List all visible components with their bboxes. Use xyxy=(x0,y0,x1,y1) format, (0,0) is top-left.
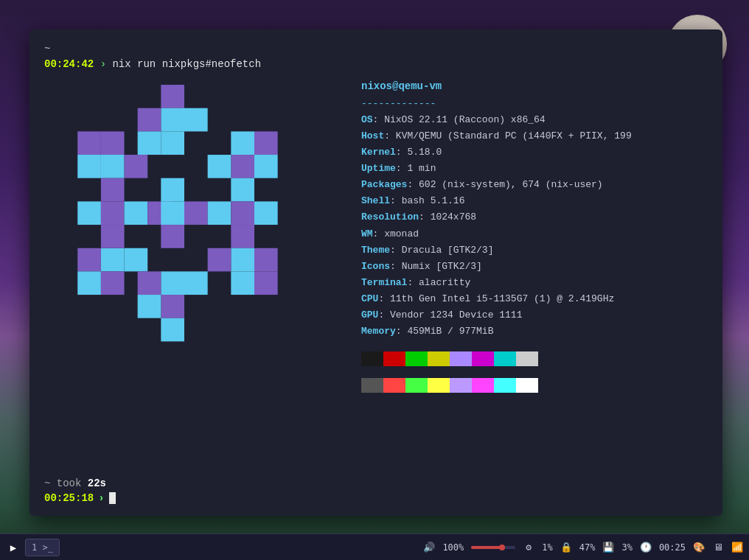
color-swatch xyxy=(516,378,538,393)
terminal-taskbar-button[interactable]: 1 >_ xyxy=(25,539,60,556)
svg-rect-1 xyxy=(161,108,184,132)
svg-rect-35 xyxy=(231,225,254,248)
info-memory: Memory : 459MiB / 977MiB xyxy=(361,323,708,340)
info-shell: Shell : bash 5.1.16 xyxy=(361,193,708,209)
volume-bar[interactable] xyxy=(471,546,515,549)
gpu-key: GPU xyxy=(361,307,378,323)
cpu-value: : 11th Gen Intel i5-1135G7 (1) @ 2.419GH… xyxy=(378,291,614,307)
color-swatch xyxy=(472,378,494,393)
gpu-value: : Vendor 1234 Device 1111 xyxy=(378,307,522,323)
color-swatch xyxy=(405,378,428,393)
second-prompt-line: 00:25:18 › xyxy=(44,492,116,504)
color-swatch xyxy=(472,351,494,366)
svg-rect-34 xyxy=(101,271,125,295)
terminal-command-line: 00:24:42 › nix run nixpkgs#neofetch xyxy=(44,57,708,72)
color-swatch xyxy=(361,351,383,366)
color-swatch xyxy=(516,351,538,366)
svg-rect-22 xyxy=(161,178,184,202)
terminal-window: ~ 00:24:42 › nix run nixpkgs#neofetch xyxy=(29,29,722,516)
took-duration: 22s xyxy=(88,477,106,489)
wifi-icon[interactable]: 📶 xyxy=(731,542,743,553)
packages-key: Packages xyxy=(361,177,407,193)
color-wheel-icon[interactable]: 🎨 xyxy=(693,542,705,553)
cpu-key: CPU xyxy=(361,291,378,307)
info-resolution: Resolution : 1024x768 xyxy=(361,209,708,225)
color-swatch xyxy=(450,378,472,393)
info-gpu: GPU : Vendor 1234 Device 1111 xyxy=(361,307,708,323)
took-prefix: ~ took xyxy=(44,477,88,489)
svg-rect-0 xyxy=(161,85,184,108)
svg-rect-37 xyxy=(254,248,278,272)
svg-rect-11 xyxy=(125,155,148,178)
svg-rect-10 xyxy=(101,178,125,202)
svg-rect-26 xyxy=(231,201,254,225)
neofetch-container: nixos@qemu-vm ------------- OS : NixOS 2… xyxy=(44,78,708,393)
color-swatch xyxy=(383,351,405,366)
taskbar: ▶ 1 >_ 🔊 100% ⚙ 1% 🔒 47% 💾 3% 🕐 00:25 🎨 … xyxy=(0,533,749,560)
color-swatch xyxy=(405,351,428,366)
svg-rect-33 xyxy=(77,271,101,295)
prompt-arrow-2: › xyxy=(98,492,104,504)
took-line: ~ took 22s xyxy=(44,477,116,489)
svg-rect-45 xyxy=(161,318,184,342)
svg-rect-4 xyxy=(161,131,184,155)
terminal-value: : alacritty xyxy=(407,275,470,291)
color-swatch xyxy=(428,378,450,393)
svg-rect-40 xyxy=(254,271,278,295)
memory-key: Memory xyxy=(361,323,396,340)
icons-key: Icons xyxy=(361,259,390,275)
shell-value: : bash 5.1.16 xyxy=(390,193,464,209)
packages-value: : 602 (nix-system), 674 (nix-user) xyxy=(407,177,602,193)
memory-value: : 459MiB / 977MiB xyxy=(396,323,494,340)
os-value: : NixOS 22.11 (Raccoon) x86_64 xyxy=(373,112,546,128)
svg-rect-38 xyxy=(208,248,231,272)
svg-rect-2 xyxy=(138,108,161,132)
svg-rect-18 xyxy=(77,201,101,225)
resolution-value: : 1024x768 xyxy=(419,209,476,225)
volume-bar-dot xyxy=(499,545,505,550)
disk-icon: 💾 xyxy=(602,542,614,553)
host-value: : KVM/QEMU (Standard PC (i440FX + PIIX, … xyxy=(384,128,631,144)
username-host: nixos@qemu-vm xyxy=(361,78,708,96)
color-swatch xyxy=(494,351,516,366)
cpu-icon: ⚙ xyxy=(523,542,534,553)
info-separator: ------------- xyxy=(361,96,708,112)
svg-rect-16 xyxy=(208,155,231,178)
theme-value: : Dracula [GTK2/3] xyxy=(390,242,493,259)
svg-rect-44 xyxy=(161,295,184,318)
nixos-logo xyxy=(44,78,339,393)
info-os: OS : NixOS 22.11 (Raccoon) x86_64 xyxy=(361,112,708,128)
prompt-arrow-1: › xyxy=(100,58,113,70)
monitor-icon[interactable]: 🖥 xyxy=(712,542,724,553)
color-swatch xyxy=(494,378,516,393)
svg-rect-29 xyxy=(101,248,125,272)
svg-rect-17 xyxy=(231,178,254,202)
svg-rect-25 xyxy=(208,201,231,225)
svg-rect-9 xyxy=(77,155,101,178)
wm-key: WM xyxy=(361,226,373,242)
start-button[interactable]: ▶ xyxy=(6,540,21,555)
svg-rect-24 xyxy=(184,201,208,225)
prompt-time-2: 00:25:18 xyxy=(44,492,94,504)
neofetch-info-panel: nixos@qemu-vm ------------- OS : NixOS 2… xyxy=(361,78,708,393)
terminal-body: ~ 00:24:42 › nix run nixpkgs#neofetch xyxy=(29,29,722,516)
wm-value: : xmonad xyxy=(373,226,419,242)
shell-key: Shell xyxy=(361,193,390,209)
svg-rect-41 xyxy=(161,271,184,295)
svg-rect-46 xyxy=(138,295,161,318)
volume-icon[interactable]: 🔊 xyxy=(423,542,435,553)
prompt-time-1: 00:24:42 xyxy=(44,58,94,70)
info-uptime: Uptime : 1 min xyxy=(361,161,708,177)
svg-rect-7 xyxy=(101,131,125,155)
svg-rect-39 xyxy=(231,271,254,295)
info-packages: Packages : 602 (nix-system), 674 (nix-us… xyxy=(361,177,708,193)
terminal-footer: ~ took 22s 00:25:18 › xyxy=(44,477,116,504)
theme-key: Theme xyxy=(361,242,390,259)
cursor xyxy=(109,492,116,504)
clock-time: 00:25 xyxy=(659,542,686,553)
terminal-command-text: nix run nixpkgs#neofetch xyxy=(112,58,261,70)
info-host: Host : KVM/QEMU (Standard PC (i440FX + P… xyxy=(361,128,708,144)
svg-rect-43 xyxy=(184,271,208,295)
svg-rect-32 xyxy=(125,248,148,272)
uptime-key: Uptime xyxy=(361,161,396,177)
